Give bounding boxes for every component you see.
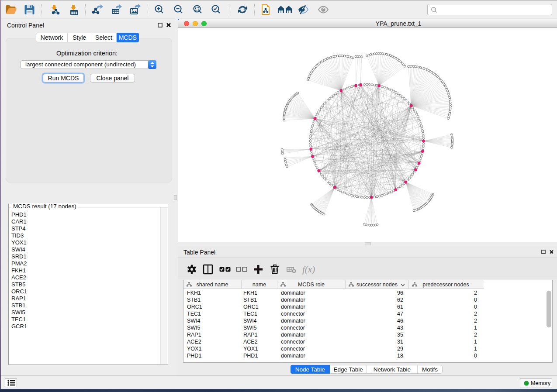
svg-text:f(x): f(x) [302,264,315,275]
